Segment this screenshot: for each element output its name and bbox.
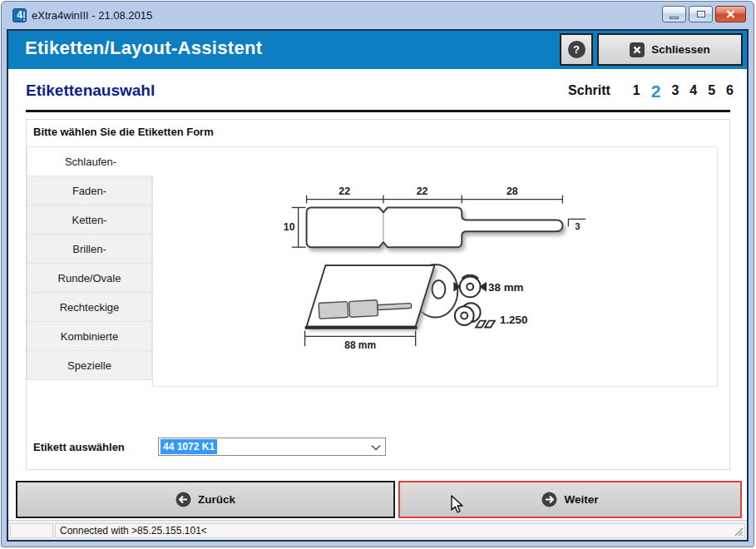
etikett-combobox[interactable]: 44 1072 K1 [158, 438, 386, 456]
close-x-icon [630, 42, 645, 57]
tab-ketten[interactable]: Ketten- [27, 205, 152, 235]
core-diameter-icon [453, 275, 487, 298]
schliessen-label: Schliessen [651, 43, 710, 56]
maximize-icon [697, 11, 705, 17]
weiter-label: Weiter [564, 493, 598, 506]
step-5: 5 [708, 83, 715, 98]
title-bar[interactable]: 4 eXtra4winIII - 21.08.2015 [2, 2, 754, 29]
chevron-down-icon[interactable] [371, 439, 381, 454]
roll-count-icon [455, 303, 495, 327]
form-groupbox: Bitte wählen Sie die Etiketten Form Schl… [26, 119, 730, 470]
minimize-button[interactable] [662, 6, 686, 22]
app-icon-glyph: 4 [17, 9, 22, 21]
caption-buttons [662, 6, 746, 22]
minimize-icon [670, 17, 679, 19]
resize-grip[interactable] [734, 527, 744, 537]
weiter-button[interactable]: Weiter [398, 481, 742, 518]
dim-10: 10 [284, 221, 295, 233]
page-title: Etikettenauswahl [26, 82, 155, 100]
roll-drawing [305, 265, 458, 328]
app-icon-exclaim [23, 12, 25, 18]
step-2-active: 2 [651, 82, 661, 101]
maximize-button[interactable] [689, 6, 713, 22]
form-tabs: Schlaufen- Faden- Ketten- Brillen- Runde… [27, 146, 152, 380]
tab-runde-ovale[interactable]: Runde/Ovale [27, 263, 152, 293]
status-bar: Connected with >85.25.155.101< [8, 520, 747, 540]
label-technical-drawing: 22 22 28 10 3 [153, 147, 717, 386]
schliessen-button[interactable]: Schliessen [597, 33, 743, 66]
wizard-title: Etiketten/Layout-Assistent [25, 37, 262, 59]
form-prompt: Bitte wählen Sie die Etiketten Form [33, 126, 214, 138]
app-icon: 4 [12, 8, 27, 22]
help-button[interactable]: ? [560, 33, 593, 66]
label-preview-panel: 22 22 28 10 3 [152, 146, 718, 387]
app-window: 4 eXtra4winIII - 21.08.2015 Etiketten/La… [1, 1, 754, 547]
tab-spezielle[interactable]: Spezielle [27, 350, 152, 380]
tab-faden[interactable]: Faden- [27, 176, 152, 205]
close-window-button[interactable] [715, 6, 746, 22]
zurueck-label: Zurück [198, 493, 235, 506]
label-shape-drawing [307, 207, 563, 247]
tab-schlaufen[interactable]: Schlaufen- [27, 146, 154, 176]
wizard-header: Etiketten/Layout-Assistent ? Schliessen [8, 31, 747, 69]
dim-22b: 22 [417, 185, 428, 197]
step-4: 4 [689, 83, 697, 98]
dim-22a: 22 [338, 185, 350, 197]
page-title-row: Etikettenauswahl Schritt 1 2 3 4 5 6 [8, 74, 747, 107]
tab-kombinierte[interactable]: Kombinierte [27, 321, 152, 351]
window-title: eXtra4winIII - 21.08.2015 [32, 9, 152, 22]
close-icon [726, 10, 735, 18]
status-cell-message: Connected with >85.25.155.101< [55, 523, 745, 538]
step-6: 6 [726, 83, 734, 98]
client-area: Etiketten/Layout-Assistent ? Schliessen … [7, 29, 749, 542]
dim-28: 28 [506, 185, 518, 197]
core-diameter-value: 38 mm [488, 281, 524, 294]
dim-roll-width: 88 mm [344, 339, 376, 351]
step-label: Schritt [568, 83, 610, 98]
tab-brillen[interactable]: Brillen- [27, 234, 152, 264]
status-cell-empty [10, 523, 53, 538]
combobox-selected-value: 44 1072 K1 [161, 439, 217, 454]
next-arrow-icon [541, 492, 557, 507]
divider-rule [26, 110, 730, 112]
back-arrow-icon [175, 492, 191, 507]
labels-per-roll-value: 1.250 [500, 314, 528, 326]
step-indicator: Schritt 1 2 3 4 5 6 [568, 81, 734, 101]
etikett-auswaehlen-label: Etikett auswählen [33, 441, 125, 453]
tab-rechteckige[interactable]: Rechteckige [27, 292, 152, 322]
help-icon: ? [568, 41, 586, 58]
step-1: 1 [633, 83, 640, 98]
zurueck-button[interactable]: Zurück [16, 481, 395, 518]
connection-status: Connected with >85.25.155.101< [60, 525, 207, 537]
dim-3: 3 [575, 221, 580, 231]
step-3: 3 [671, 83, 679, 98]
